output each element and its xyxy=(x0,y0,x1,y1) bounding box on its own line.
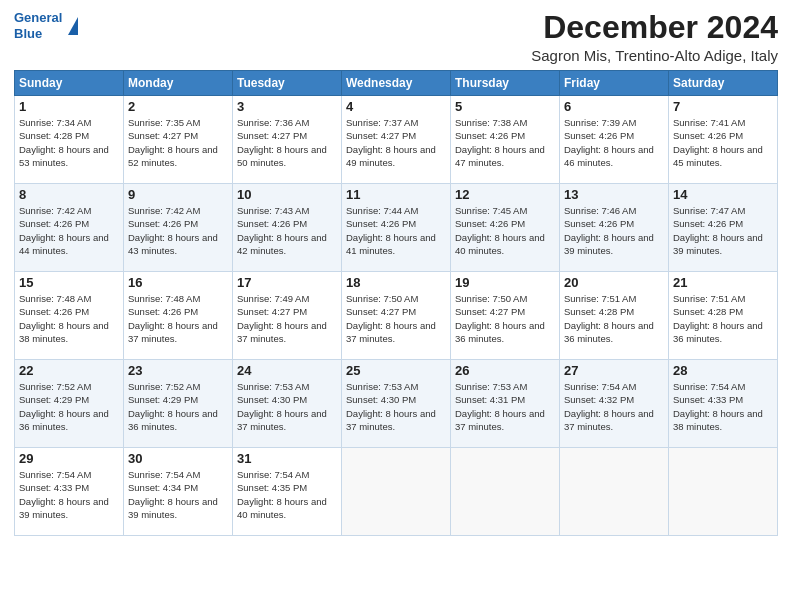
daylight-text: Daylight: 8 hours and 49 minutes. xyxy=(346,143,446,170)
sunset-text: Sunset: 4:26 PM xyxy=(455,217,555,230)
daylight-text: Daylight: 8 hours and 37 minutes. xyxy=(128,319,228,346)
day-number: 21 xyxy=(673,275,773,290)
day-info: Sunrise: 7:34 AMSunset: 4:28 PMDaylight:… xyxy=(19,116,119,169)
calendar-week-row: 1Sunrise: 7:34 AMSunset: 4:28 PMDaylight… xyxy=(15,96,778,184)
sunrise-text: Sunrise: 7:54 AM xyxy=(237,468,337,481)
sunrise-text: Sunrise: 7:45 AM xyxy=(455,204,555,217)
page: General Blue December 2024 Sagron Mis, T… xyxy=(0,0,792,612)
table-row: 11Sunrise: 7:44 AMSunset: 4:26 PMDayligh… xyxy=(342,184,451,272)
day-info: Sunrise: 7:35 AMSunset: 4:27 PMDaylight:… xyxy=(128,116,228,169)
day-number: 11 xyxy=(346,187,446,202)
logo-line2: Blue xyxy=(14,26,62,42)
sunset-text: Sunset: 4:26 PM xyxy=(128,217,228,230)
sunrise-text: Sunrise: 7:35 AM xyxy=(128,116,228,129)
day-number: 16 xyxy=(128,275,228,290)
col-friday: Friday xyxy=(560,71,669,96)
day-info: Sunrise: 7:51 AMSunset: 4:28 PMDaylight:… xyxy=(673,292,773,345)
sunrise-text: Sunrise: 7:51 AM xyxy=(673,292,773,305)
day-info: Sunrise: 7:50 AMSunset: 4:27 PMDaylight:… xyxy=(346,292,446,345)
day-info: Sunrise: 7:54 AMSunset: 4:34 PMDaylight:… xyxy=(128,468,228,521)
day-number: 28 xyxy=(673,363,773,378)
day-number: 1 xyxy=(19,99,119,114)
daylight-text: Daylight: 8 hours and 45 minutes. xyxy=(673,143,773,170)
table-row: 14Sunrise: 7:47 AMSunset: 4:26 PMDayligh… xyxy=(669,184,778,272)
sunrise-text: Sunrise: 7:54 AM xyxy=(564,380,664,393)
table-row xyxy=(669,448,778,536)
sunrise-text: Sunrise: 7:53 AM xyxy=(346,380,446,393)
sunset-text: Sunset: 4:32 PM xyxy=(564,393,664,406)
daylight-text: Daylight: 8 hours and 47 minutes. xyxy=(455,143,555,170)
day-info: Sunrise: 7:49 AMSunset: 4:27 PMDaylight:… xyxy=(237,292,337,345)
day-number: 30 xyxy=(128,451,228,466)
table-row: 13Sunrise: 7:46 AMSunset: 4:26 PMDayligh… xyxy=(560,184,669,272)
sunset-text: Sunset: 4:30 PM xyxy=(237,393,337,406)
day-number: 29 xyxy=(19,451,119,466)
calendar-table: Sunday Monday Tuesday Wednesday Thursday… xyxy=(14,70,778,536)
day-info: Sunrise: 7:37 AMSunset: 4:27 PMDaylight:… xyxy=(346,116,446,169)
day-info: Sunrise: 7:52 AMSunset: 4:29 PMDaylight:… xyxy=(19,380,119,433)
sunset-text: Sunset: 4:26 PM xyxy=(19,305,119,318)
col-monday: Monday xyxy=(124,71,233,96)
day-info: Sunrise: 7:51 AMSunset: 4:28 PMDaylight:… xyxy=(564,292,664,345)
table-row: 25Sunrise: 7:53 AMSunset: 4:30 PMDayligh… xyxy=(342,360,451,448)
day-info: Sunrise: 7:42 AMSunset: 4:26 PMDaylight:… xyxy=(128,204,228,257)
day-number: 13 xyxy=(564,187,664,202)
sunset-text: Sunset: 4:28 PM xyxy=(564,305,664,318)
sunrise-text: Sunrise: 7:44 AM xyxy=(346,204,446,217)
table-row: 31Sunrise: 7:54 AMSunset: 4:35 PMDayligh… xyxy=(233,448,342,536)
sunset-text: Sunset: 4:27 PM xyxy=(455,305,555,318)
sunrise-text: Sunrise: 7:53 AM xyxy=(237,380,337,393)
table-row: 4Sunrise: 7:37 AMSunset: 4:27 PMDaylight… xyxy=(342,96,451,184)
table-row: 1Sunrise: 7:34 AMSunset: 4:28 PMDaylight… xyxy=(15,96,124,184)
sunrise-text: Sunrise: 7:52 AM xyxy=(128,380,228,393)
daylight-text: Daylight: 8 hours and 39 minutes. xyxy=(19,495,119,522)
sunset-text: Sunset: 4:26 PM xyxy=(346,217,446,230)
sunrise-text: Sunrise: 7:50 AM xyxy=(455,292,555,305)
table-row: 5Sunrise: 7:38 AMSunset: 4:26 PMDaylight… xyxy=(451,96,560,184)
calendar-week-row: 15Sunrise: 7:48 AMSunset: 4:26 PMDayligh… xyxy=(15,272,778,360)
day-info: Sunrise: 7:54 AMSunset: 4:32 PMDaylight:… xyxy=(564,380,664,433)
day-info: Sunrise: 7:43 AMSunset: 4:26 PMDaylight:… xyxy=(237,204,337,257)
sunset-text: Sunset: 4:26 PM xyxy=(128,305,228,318)
daylight-text: Daylight: 8 hours and 43 minutes. xyxy=(128,231,228,258)
day-info: Sunrise: 7:47 AMSunset: 4:26 PMDaylight:… xyxy=(673,204,773,257)
sunset-text: Sunset: 4:30 PM xyxy=(346,393,446,406)
day-info: Sunrise: 7:42 AMSunset: 4:26 PMDaylight:… xyxy=(19,204,119,257)
daylight-text: Daylight: 8 hours and 50 minutes. xyxy=(237,143,337,170)
sunset-text: Sunset: 4:27 PM xyxy=(346,305,446,318)
col-thursday: Thursday xyxy=(451,71,560,96)
day-info: Sunrise: 7:54 AMSunset: 4:33 PMDaylight:… xyxy=(19,468,119,521)
sunset-text: Sunset: 4:34 PM xyxy=(128,481,228,494)
table-row: 15Sunrise: 7:48 AMSunset: 4:26 PMDayligh… xyxy=(15,272,124,360)
day-info: Sunrise: 7:48 AMSunset: 4:26 PMDaylight:… xyxy=(128,292,228,345)
day-number: 23 xyxy=(128,363,228,378)
day-number: 15 xyxy=(19,275,119,290)
daylight-text: Daylight: 8 hours and 41 minutes. xyxy=(346,231,446,258)
day-number: 7 xyxy=(673,99,773,114)
table-row: 17Sunrise: 7:49 AMSunset: 4:27 PMDayligh… xyxy=(233,272,342,360)
logo: General Blue xyxy=(14,10,78,41)
day-info: Sunrise: 7:50 AMSunset: 4:27 PMDaylight:… xyxy=(455,292,555,345)
calendar-week-row: 8Sunrise: 7:42 AMSunset: 4:26 PMDaylight… xyxy=(15,184,778,272)
sunset-text: Sunset: 4:28 PM xyxy=(673,305,773,318)
table-row xyxy=(342,448,451,536)
day-info: Sunrise: 7:46 AMSunset: 4:26 PMDaylight:… xyxy=(564,204,664,257)
day-number: 31 xyxy=(237,451,337,466)
table-row: 24Sunrise: 7:53 AMSunset: 4:30 PMDayligh… xyxy=(233,360,342,448)
day-number: 25 xyxy=(346,363,446,378)
header-row: Sunday Monday Tuesday Wednesday Thursday… xyxy=(15,71,778,96)
sunrise-text: Sunrise: 7:53 AM xyxy=(455,380,555,393)
location-title: Sagron Mis, Trentino-Alto Adige, Italy xyxy=(531,47,778,64)
table-row: 12Sunrise: 7:45 AMSunset: 4:26 PMDayligh… xyxy=(451,184,560,272)
table-row xyxy=(451,448,560,536)
day-info: Sunrise: 7:44 AMSunset: 4:26 PMDaylight:… xyxy=(346,204,446,257)
daylight-text: Daylight: 8 hours and 37 minutes. xyxy=(564,407,664,434)
sunset-text: Sunset: 4:28 PM xyxy=(19,129,119,142)
table-row: 16Sunrise: 7:48 AMSunset: 4:26 PMDayligh… xyxy=(124,272,233,360)
sunset-text: Sunset: 4:29 PM xyxy=(19,393,119,406)
table-row: 9Sunrise: 7:42 AMSunset: 4:26 PMDaylight… xyxy=(124,184,233,272)
table-row: 22Sunrise: 7:52 AMSunset: 4:29 PMDayligh… xyxy=(15,360,124,448)
daylight-text: Daylight: 8 hours and 36 minutes. xyxy=(128,407,228,434)
table-row: 3Sunrise: 7:36 AMSunset: 4:27 PMDaylight… xyxy=(233,96,342,184)
sunset-text: Sunset: 4:26 PM xyxy=(673,217,773,230)
